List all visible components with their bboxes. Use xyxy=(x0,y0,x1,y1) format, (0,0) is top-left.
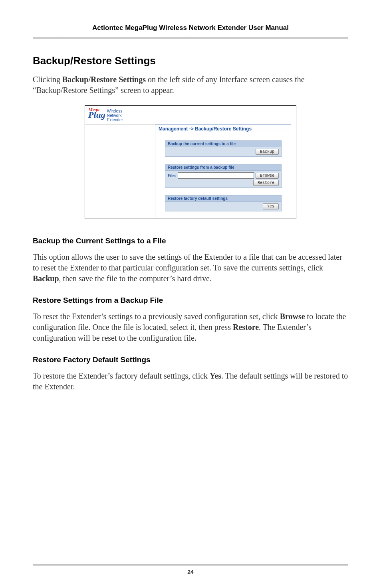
subsection-backup-text: This option allows the user to save the … xyxy=(33,252,348,284)
sub2-text-bold2: Restore xyxy=(233,323,259,331)
manual-header-title: Actiontec MegaPlug Wireless Network Exte… xyxy=(33,24,348,32)
backup-panel: Backup the current settings to a file Ba… xyxy=(165,140,282,157)
subsection-restore-title: Restore Settings from a Backup File xyxy=(33,296,348,305)
sub3-text-bold: Yes xyxy=(210,371,221,380)
subsection-backup-title: Backup the Current Settings to a File xyxy=(33,237,348,245)
sub2-text-bold1: Browse xyxy=(280,312,305,321)
logo-mark: Mega Plug xyxy=(88,108,105,118)
screenshot-content: Management -> Backup/Restore Settings Ba… xyxy=(155,124,296,219)
sub2-text-a: To reset the Extender’s settings to a pr… xyxy=(33,312,280,321)
restore-file-panel: Restore settings from a backup file File… xyxy=(165,164,282,188)
file-label: File: xyxy=(168,174,176,178)
product-logo: Mega Plug Wireless Network Extender xyxy=(88,108,123,122)
screenshot-container: Mega Plug Wireless Network Extender Mana… xyxy=(33,105,348,219)
factory-default-panel: Restore factory default settings Yes xyxy=(165,195,282,211)
section-title: Backup/Restore Settings xyxy=(33,55,348,67)
subsection-factory-title: Restore Factory Default Settings xyxy=(33,355,348,364)
intro-text-bold: Backup/Restore Settings xyxy=(62,75,146,84)
restore-file-panel-title: Restore settings from a backup file xyxy=(165,164,282,170)
screenshot-panel: Mega Plug Wireless Network Extender Mana… xyxy=(85,105,296,219)
footer-rule xyxy=(33,564,348,566)
intro-text-a: Clicking xyxy=(33,75,62,84)
factory-default-panel-body: Yes xyxy=(165,201,282,211)
screenshot-header: Mega Plug Wireless Network Extender xyxy=(85,106,296,124)
sub3-text-a: To restore the Extender’s factory defaul… xyxy=(33,371,210,380)
yes-button[interactable]: Yes xyxy=(263,203,279,209)
browse-button[interactable]: Browse xyxy=(256,173,279,179)
restore-row: Restore xyxy=(168,180,279,186)
subsection-restore-text: To reset the Extender’s settings to a pr… xyxy=(33,311,348,343)
sub1-text-a: This option allows the user to save the … xyxy=(33,253,342,272)
logo-sub-line1: Wireless xyxy=(107,109,123,113)
section-intro: Clicking Backup/Restore Settings on the … xyxy=(33,74,348,96)
screenshot-body: Management -> Backup/Restore Settings Ba… xyxy=(85,124,296,219)
logo-plug: Plug xyxy=(88,112,105,118)
subsection-factory-text: To restore the Extender’s factory defaul… xyxy=(33,371,348,392)
restore-file-panel-body: File: Browse Restore xyxy=(165,170,282,188)
restore-button[interactable]: Restore xyxy=(253,180,279,186)
backup-panel-title: Backup the current settings to a file xyxy=(165,140,282,147)
file-row: File: Browse xyxy=(168,172,279,179)
logo-subtitle: Wireless Network Extender xyxy=(107,109,123,122)
sub1-text-b: , then save the file to the computer’s h… xyxy=(59,274,212,283)
sub1-text-bold: Backup xyxy=(33,274,59,283)
screenshot-sidebar xyxy=(85,124,155,219)
logo-sub-line3: Extender xyxy=(107,118,123,122)
breadcrumb: Management -> Backup/Restore Settings xyxy=(155,124,291,133)
logo-sub-line2: Network xyxy=(107,113,123,118)
file-input[interactable] xyxy=(178,172,254,179)
page-number: 24 xyxy=(0,569,381,575)
factory-default-panel-title: Restore factory default settings xyxy=(165,195,282,201)
header-rule xyxy=(33,37,348,39)
backup-button[interactable]: Backup xyxy=(256,149,279,155)
backup-panel-body: Backup xyxy=(165,147,282,157)
